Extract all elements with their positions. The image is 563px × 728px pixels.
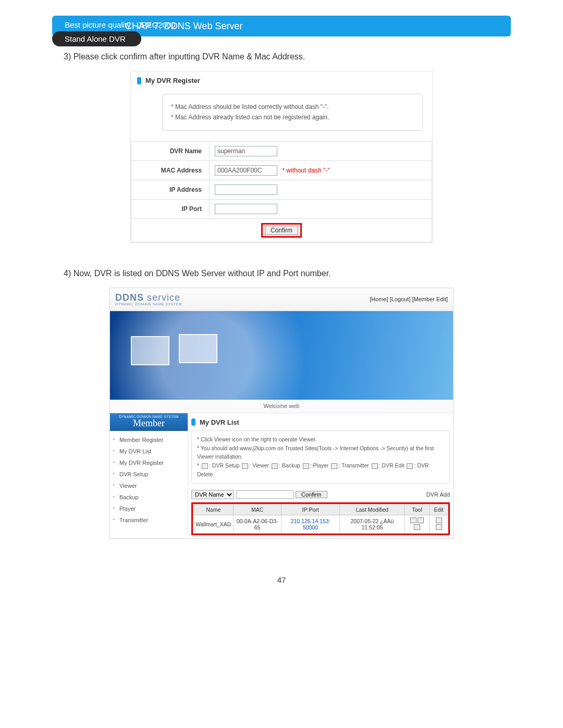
legend-prefix: *	[197, 462, 201, 468]
cell-name: Wallmart_XAD	[193, 515, 234, 533]
col-ipport: IP:Port	[281, 504, 340, 515]
legend-icon-backup	[272, 463, 278, 469]
label-dvr-name: DVR Name	[131, 141, 210, 161]
legend-backup: : Backup	[279, 462, 302, 468]
list-title: My DVR List	[200, 418, 239, 426]
table-row: Wallmart_XAD 00-0A-A2-06-D3-65 210.126.1…	[193, 515, 448, 533]
logo-main: DDNS	[115, 292, 144, 303]
cell-tool	[405, 515, 430, 533]
legend-icon-player	[303, 463, 309, 469]
sidebar-header-small: DYNAMIC DOMAIN NAME SYSTEM	[110, 415, 188, 418]
main-content: My DVR List * Click Viewer icon on the r…	[188, 413, 453, 538]
col-edit: Edit	[430, 504, 448, 515]
confirm-button[interactable]: Confirm	[265, 226, 298, 235]
ddns-logo: DDNS service DYNAMIC DOMAIN NAME SYSTEM	[115, 292, 182, 306]
label-port: IP Port	[131, 199, 210, 218]
info-box: * Click Viewer icon on the right to oper…	[191, 430, 450, 484]
info-2: * You should add www.j2kip.com on Truste…	[197, 444, 444, 462]
legend-icon-delete	[407, 463, 413, 469]
legend-icon-viewer	[242, 463, 248, 469]
search-input[interactable]	[236, 490, 293, 499]
sidebar-item-member-register[interactable]: Member Register	[110, 434, 188, 446]
cell-ipport[interactable]: 210.126.14.153: 50000	[281, 515, 340, 533]
page-number: 47	[52, 575, 511, 584]
legend-setup: : DVR Setup	[209, 462, 241, 468]
legend-icon-edit	[372, 463, 378, 469]
sidebar-item-transmitter[interactable]: Transmitter	[110, 514, 188, 526]
page-header: Best picture quality - JPEG2000 CHAP 7. …	[52, 16, 511, 36]
ip-input[interactable]	[215, 184, 277, 195]
sidebar-item-my-dvr-list[interactable]: My DVR List	[110, 446, 188, 457]
register-title: My DVR Register	[145, 77, 200, 84]
tool-icon-2[interactable]	[418, 517, 424, 523]
banner-image	[110, 311, 453, 400]
ddns-page: DDNS service DYNAMIC DOMAIN NAME SYSTEM …	[109, 288, 454, 539]
legend-player: : Player	[310, 462, 331, 468]
sidebar-item-player[interactable]: Player	[110, 503, 188, 514]
title-dot-icon	[191, 418, 195, 426]
logo-sub: service	[144, 292, 180, 303]
tool-icon-1[interactable]	[410, 517, 417, 523]
col-mac: MAC	[234, 504, 281, 515]
search-row: DVR Name Confirm DVR Add	[191, 488, 450, 501]
col-modified: Last Modified	[340, 504, 405, 515]
header-left: Best picture quality - JPEG2000	[65, 20, 176, 29]
sidebar-header-big: Member	[110, 418, 188, 428]
search-confirm-button[interactable]: Confirm	[296, 491, 327, 498]
sidebar-item-viewer[interactable]: Viewer	[110, 480, 188, 491]
label-mac: MAC Address	[131, 161, 210, 180]
tool-icon-3[interactable]	[414, 524, 420, 530]
cell-modified: 2007-05-22 ¿ÀÀü 11:52:05	[340, 515, 405, 533]
sidebar-item-dvr-setup[interactable]: DVR Setup	[110, 468, 188, 480]
legend-edit: : DVR Edit	[379, 462, 406, 468]
cell-edit	[430, 515, 448, 533]
dvr-add-link[interactable]: DVR Add	[426, 491, 450, 498]
legend-viewer: : Viewer	[249, 462, 271, 468]
delete-icon[interactable]	[436, 524, 442, 530]
header-pill: Stand Alone DVR	[52, 31, 141, 46]
confirm-highlight: Confirm	[261, 223, 302, 238]
search-field-select[interactable]: DVR Name	[191, 490, 234, 499]
sidebar-header: DYNAMIC DOMAIN NAME SYSTEM Member	[110, 413, 188, 431]
sidebar: DYNAMIC DOMAIN NAME SYSTEM Member Member…	[110, 413, 188, 538]
port-input[interactable]	[215, 204, 277, 214]
register-form: DVR Name MAC Address * without dash "-" …	[131, 141, 432, 242]
step-4-text: 4) Now, DVR is listed on DDNS Web Server…	[64, 269, 511, 278]
dvr-name-input[interactable]	[215, 146, 277, 156]
legend-row: * : DVR Setup : Viewer : Backup : Player…	[197, 461, 444, 479]
welcome-bar: Welcome web	[110, 400, 453, 413]
register-panel: My DVR Register * Mac Address should be …	[130, 71, 433, 243]
note-2: * Mac Address already listed can not be …	[171, 112, 414, 122]
edit-icon[interactable]	[436, 517, 442, 523]
col-tool: Tool	[405, 504, 430, 515]
sidebar-item-my-dvr-register[interactable]: My DVR Register	[110, 457, 188, 468]
note-1: * Mac Address should be listed correctly…	[171, 102, 414, 112]
register-notes: * Mac Address should be listed correctly…	[162, 94, 423, 131]
top-links[interactable]: [Home] [Logout] [Member Edit]	[370, 296, 448, 302]
mac-input[interactable]	[215, 165, 277, 176]
legend-transmitter: : Transmitter	[338, 462, 370, 468]
info-1: * Click Viewer icon on the right to oper…	[197, 435, 444, 444]
logo-small: DYNAMIC DOMAIN NAME SYSTEM	[115, 302, 182, 306]
legend-icon-transmitter	[331, 463, 337, 469]
step-3-text: 3) Please click confirm after inputting …	[64, 52, 511, 61]
legend-icon-setup	[202, 463, 208, 469]
dvr-table: Name MAC IP:Port Last Modified Tool Edit…	[193, 504, 448, 534]
col-name: Name	[193, 504, 234, 515]
title-dot-icon	[137, 77, 141, 84]
label-ip: IP Address	[131, 180, 210, 199]
mac-hint: * without dash "-"	[282, 167, 329, 174]
dvr-table-highlight: Name MAC IP:Port Last Modified Tool Edit…	[191, 502, 450, 535]
cell-mac: 00-0A-A2-06-D3-65	[234, 515, 281, 533]
sidebar-item-backup[interactable]: Backup	[110, 491, 188, 503]
